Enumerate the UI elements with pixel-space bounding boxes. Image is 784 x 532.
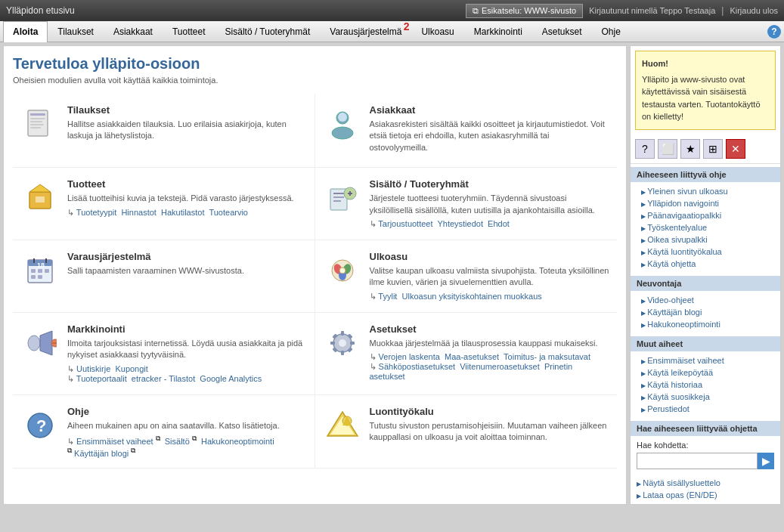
nav-item-orders[interactable]: Tilaukset <box>48 21 104 42</box>
external-link-icon: ⧉ <box>473 6 479 16</box>
link-content-help[interactable]: Sisältö <box>165 437 190 446</box>
preview-label: Esikatselu: WWW-sivusto <box>482 6 576 15</box>
help-link-list: Yleinen sivun ulkoasu Ylläpidon navigoin… <box>631 182 780 273</box>
sidebar-link-basics[interactable]: Perustiedot <box>631 403 780 415</box>
module-settings: Asetukset Muokkaa järjestelmää ja tilaus… <box>315 313 618 395</box>
products-links: ↳ Tuotetyypit Hinnastot Hakutilastot Tuo… <box>67 208 307 218</box>
sidebar-link-general[interactable]: Yleinen sivun ulkoasu <box>631 185 780 197</box>
nav-item-settings[interactable]: Asetukset <box>532 21 592 42</box>
help-icon[interactable]: ? <box>767 25 781 39</box>
top-bar: Ylläpidon etusivu ⧉ Esikatselu: WWW-sivu… <box>0 0 784 21</box>
module-customers: Asiakkaat Asiakasrekisteri sisältää kaik… <box>315 94 618 168</box>
link-offers[interactable]: Tarjoustuotteet <box>378 219 432 228</box>
sidebar-help-btn[interactable]: ? <box>635 139 655 159</box>
customers-title: Asiakkaat <box>370 104 610 116</box>
svg-rect-24 <box>31 269 36 273</box>
settings-desc: Muokkaa järjestelmää ja tilausprosessia … <box>370 338 610 349</box>
page-subtitle: Oheisien modulien avulla voit käyttää ka… <box>13 76 617 85</box>
booking-desc: Salli tapaamisten varaaminen WWW-sivusto… <box>67 265 307 277</box>
preview-button[interactable]: ⧉ Esikatselu: WWW-sivusto <box>466 4 583 18</box>
sidebar-link-creator-help[interactable]: Käytä luontityökalua <box>631 246 780 258</box>
help-section-title: Aiheeseen liittyvä ohje <box>631 167 780 182</box>
sidebar-link-favorites[interactable]: Käytä suosikkeja <box>631 391 780 403</box>
module-creator: Luontityökalu Tutustu sivuston perustami… <box>315 395 618 469</box>
nav-item-customers[interactable]: Asiakkaat <box>104 21 163 42</box>
svg-marker-35 <box>40 331 52 355</box>
module-appearance: Ulkoasu Valitse kaupan ulkoasu valmiista… <box>315 240 618 313</box>
sidebar-link-clipboard[interactable]: Käytä leikepöytää <box>631 367 780 379</box>
link-google-analytics[interactable]: Google Analytics <box>200 374 262 383</box>
link-email-settings[interactable]: Sähköpostiasetukset <box>379 362 456 371</box>
link-terms[interactable]: Ehdot <box>488 219 510 228</box>
sidebar-link-download[interactable]: Lataa opas (EN/DE) <box>631 489 780 501</box>
creator-icon <box>323 406 362 445</box>
link-product-review[interactable]: Tuotearvio <box>209 208 248 217</box>
sidebar-link-rightbar[interactable]: Oikea sivupalkki <box>631 234 780 246</box>
link-tax[interactable]: Verojen laskenta <box>379 352 440 361</box>
content-content: Sisältö / Tuoteryhmät Järjestele tuottee… <box>370 178 610 229</box>
link-custom-appearance[interactable]: Ulkoasun yksityiskohtainen muokkaus <box>402 292 542 301</box>
sidebar-link-videos[interactable]: Video-ohjeet <box>631 294 780 306</box>
content-links: ↳ Tarjoustuotteet Yhteystiedot Ehdot <box>370 219 610 229</box>
link-first-steps[interactable]: Ensimmäiset vaiheet <box>76 437 153 446</box>
link-portals[interactable]: Tuoteportaalit <box>76 374 127 383</box>
booking-icon: 18 <box>20 251 60 290</box>
appearance-links: ↳ Tyylit Ulkoasun yksityiskohtainen muok… <box>370 292 610 302</box>
link-product-types[interactable]: Tuotetyypit <box>76 208 116 217</box>
nav-item-booking[interactable]: Varausjärjestelmä2 <box>320 21 411 42</box>
settings-title: Asetukset <box>370 323 610 335</box>
help-links: ↳ Ensimmäiset vaiheet ⧉ Sisältö ⧉ Hakuko… <box>67 435 307 457</box>
link-contacts[interactable]: Yhteystiedot <box>437 219 483 228</box>
link-coupons[interactable]: Kupongit <box>115 364 147 373</box>
sidebar-link-use-help[interactable]: Käytä ohjetta <box>631 258 780 270</box>
orders-title: Tilaukset <box>67 104 307 116</box>
sidebar-close-btn[interactable]: ✕ <box>726 139 745 159</box>
svg-point-33 <box>339 268 346 274</box>
link-styles[interactable]: Tyylit <box>378 292 397 301</box>
svg-point-7 <box>332 127 353 139</box>
help-title: Ohje <box>67 406 307 417</box>
sidebar-link-mainnav[interactable]: Päänavigaatiopalkki <box>631 209 780 221</box>
nav-item-home[interactable]: Aloita <box>3 21 48 42</box>
customers-desc: Asiakasrekisteri sisältää kaikki osoitte… <box>370 119 610 153</box>
svg-point-34 <box>28 336 40 351</box>
sidebar-link-first[interactable]: Ensimmäiset vaiheet <box>631 354 780 367</box>
sidebar-link-workspace[interactable]: Työskentelyalue <box>631 221 780 234</box>
tab-label: Ylläpidon etusivu <box>6 5 75 16</box>
search-input[interactable] <box>637 453 758 469</box>
sidebar-link-nav[interactable]: Ylläpidon navigointi <box>631 197 780 209</box>
sidebar-link-toc[interactable]: Näytä sisällysluettelo <box>631 477 780 489</box>
marketing-icon <box>20 323 60 363</box>
nav-item-products[interactable]: Tuotteet <box>163 21 215 42</box>
sidebar-link-blog[interactable]: Käyttäjän blogi <box>631 306 780 318</box>
advisor-link-list: Video-ohjeet Käyttäjän blogi Hakukoneopt… <box>631 291 780 333</box>
nav-item-help[interactable]: Ohje <box>592 21 631 42</box>
nav-help: ? <box>767 21 781 42</box>
link-seo[interactable]: Hakukoneoptimointi <box>201 437 274 446</box>
nav-item-marketing[interactable]: Markkinointi <box>464 21 532 42</box>
settings-icon <box>323 323 362 363</box>
creator-content: Luontityökalu Tutustu sivuston perustami… <box>370 406 610 447</box>
search-button[interactable]: ▶ <box>758 453 774 469</box>
sidebar-link-seo2[interactable]: Hakukoneoptimointi <box>631 318 780 330</box>
sidebar-star-btn[interactable]: ★ <box>680 139 700 159</box>
link-newsletter[interactable]: Uutiskirje <box>76 364 110 373</box>
sidebar-link-history[interactable]: Käytä historiaa <box>631 379 780 391</box>
logout-button[interactable]: Kirjaudu ulos <box>730 6 778 15</box>
notice-box: Huom! Ylläpito ja www-sivusto ovat käyte… <box>635 51 776 130</box>
nav-item-content[interactable]: Sisältö / Tuoteryhmät <box>215 21 321 42</box>
sidebar-layout-btn[interactable]: ⊞ <box>703 139 723 159</box>
link-countries[interactable]: Maa-asetukset <box>445 352 499 361</box>
link-delivery[interactable]: Toimitus- ja maksutavat <box>504 352 590 361</box>
sidebar-page-btn[interactable]: ⬜ <box>658 139 677 159</box>
nav-item-appearance[interactable]: Ulkoasu <box>411 21 463 42</box>
link-pricelists[interactable]: Hinnastot <box>121 208 156 217</box>
link-ref-numbers[interactable]: Viitenumeroasetukset <box>460 362 540 371</box>
svg-point-8 <box>338 113 347 122</box>
help-module-icon: ? <box>20 406 60 445</box>
appearance-icon <box>323 251 362 290</box>
link-etracker[interactable]: etracker - Tilastot <box>132 374 195 383</box>
link-search-stats[interactable]: Hakutilastot <box>161 208 204 217</box>
link-user-blog[interactable]: Käyttäjän blogi <box>74 448 129 457</box>
page-title: Tervetuloa ylläpito-osioon <box>13 55 617 73</box>
